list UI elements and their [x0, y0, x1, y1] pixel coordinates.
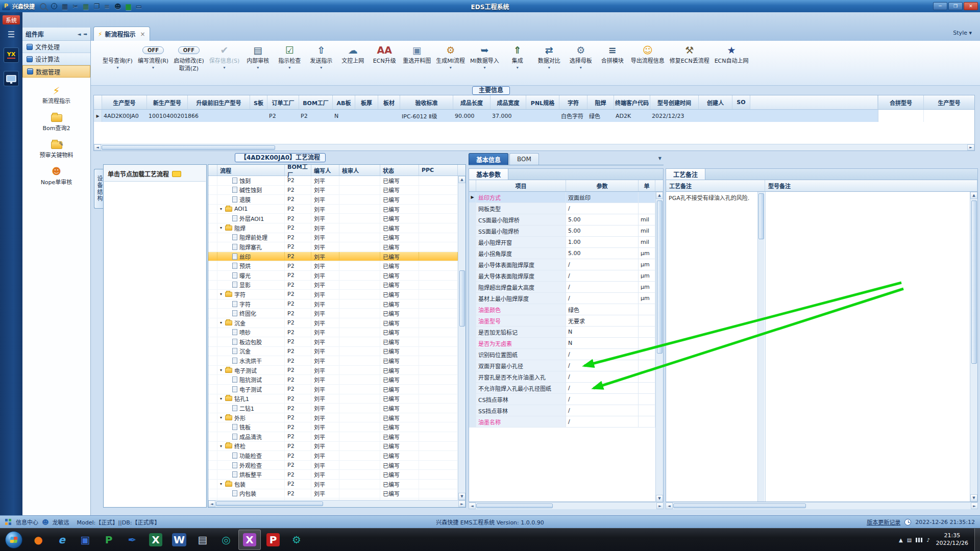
- tab-close-icon[interactable]: ×: [140, 31, 145, 38]
- notepad-icon[interactable]: ▤: [191, 530, 214, 550]
- flow-row[interactable]: ▾ 终检 P2 刘平 已编写: [208, 442, 465, 452]
- column-header[interactable]: BOM工厂: [285, 165, 311, 176]
- show-desktop-button[interactable]: [974, 529, 980, 551]
- flow-row[interactable]: ▾ 铣板 P2 刘平 已编写: [208, 422, 465, 432]
- scroll-left-icon[interactable]: ◄: [469, 503, 476, 509]
- flow-row[interactable]: ▾ 板边包胶 P2 刘平 已编写: [208, 337, 465, 347]
- close-button[interactable]: ✕: [964, 2, 978, 10]
- dropdown-arrow-icon[interactable]: ▾: [436, 65, 465, 71]
- horizontal-scrollbar[interactable]: ◄ ►: [469, 502, 664, 509]
- flow-row[interactable]: ▾ 蚀刻 P2 刘平 已编写: [208, 176, 465, 186]
- hidden-icons-button[interactable]: ▲: [899, 537, 903, 543]
- ribbon-button[interactable]: ➥ MI数据导入 ▾: [468, 43, 502, 71]
- flow-row[interactable]: ▾ 电子测试 P2 刘平 已编写: [208, 366, 465, 375]
- ie-icon[interactable]: e: [51, 530, 73, 550]
- param-row[interactable]: ▶ 双面开窗最小孔径 /: [469, 360, 663, 371]
- scroll-left-icon[interactable]: ◄: [666, 503, 673, 509]
- column-header[interactable]: BOM工厂: [299, 95, 333, 109]
- ribbon-button[interactable]: ⇑ 集成 ▾: [502, 43, 533, 71]
- param-row[interactable]: ▶ 最小阻焊开窗 1.00 mil: [469, 237, 663, 248]
- green-app-icon[interactable]: P: [97, 530, 120, 550]
- vertical-scrollbar[interactable]: ▲ ▼: [458, 176, 465, 500]
- info-icon[interactable]: i: [51, 3, 57, 9]
- dropdown-arrow-icon[interactable]: ▾: [308, 65, 334, 71]
- column-header[interactable]: 板厚: [355, 95, 378, 109]
- tab[interactable]: BOM: [509, 153, 539, 165]
- column-header[interactable]: 生产型号: [923, 95, 974, 109]
- flow-row[interactable]: ▾ 阻焊前处理 P2 刘平 已编写: [208, 233, 465, 243]
- pdf-icon[interactable]: P: [262, 530, 284, 550]
- ribbon-button[interactable]: ▣ 重选开料图 ▾: [400, 43, 433, 71]
- ribbon-button[interactable]: ⇧ 发送指示 ▾: [305, 43, 337, 71]
- param-row[interactable]: ▶ 是否加无铅标记 N: [469, 327, 663, 338]
- column-header[interactable]: 成品宽度: [491, 95, 526, 109]
- flow-row[interactable]: ▾ 外形 P2 刘平 已编写: [208, 413, 465, 423]
- param-row[interactable]: ▶ 阻焊超出焊盘最大高度 / μm: [469, 282, 663, 293]
- column-header[interactable]: 型号备注: [765, 180, 977, 191]
- expand-arrow-icon[interactable]: ▾: [220, 396, 225, 401]
- column-header[interactable]: 型号创建时间: [650, 95, 699, 109]
- sidebar-tool[interactable]: Bom查询2: [43, 112, 70, 132]
- ribbon-button[interactable]: ⇄ 数据对比 ▾: [533, 43, 565, 71]
- firefox-icon[interactable]: ●: [27, 530, 50, 550]
- monitor-icon[interactable]: ▭: [136, 3, 142, 10]
- dropdown-arrow-icon[interactable]: ▾: [244, 65, 271, 71]
- flow-loader-body[interactable]: [104, 181, 206, 507]
- dropdown-arrow-icon[interactable]: ▾: [504, 65, 531, 71]
- flow-row[interactable]: ▾ 喷砂 P2 刘平 已编写: [208, 328, 465, 338]
- column-header[interactable]: 订单工厂: [267, 95, 299, 109]
- tool-icon[interactable]: ◎: [215, 530, 237, 550]
- flow-row[interactable]: ▾ 字符 P2 刘平 已编写: [208, 290, 465, 299]
- expand-arrow-icon[interactable]: ▾: [220, 415, 225, 420]
- param-row[interactable]: ▶ 识别码位置图纸 /: [469, 349, 663, 360]
- param-row[interactable]: ▶ 油墨颜色 绿色: [469, 304, 663, 315]
- yx-logo-icon[interactable]: YX: [4, 47, 19, 63]
- column-header[interactable]: 终端客户代码: [614, 95, 650, 109]
- info-center-label[interactable]: 信息中心: [16, 518, 38, 526]
- horizontal-scrollbar[interactable]: ◄ ►: [208, 500, 465, 507]
- horizontal-scrollbar[interactable]: ◄ ►: [666, 502, 978, 509]
- column-header[interactable]: 流程: [217, 165, 285, 176]
- flow-row[interactable]: ▾ 曝光 P2 刘平 已编写: [208, 271, 465, 281]
- ribbon-button[interactable]: ⚙ 选择母板 ▾: [565, 43, 597, 71]
- ribbon-button[interactable]: ☑ 指示检查 ▾: [274, 43, 305, 71]
- horizontal-scrollbar[interactable]: ◄ ►: [94, 144, 974, 151]
- sidebar-nav-item[interactable]: 文件处理: [22, 41, 90, 53]
- dropdown-arrow-icon[interactable]: ▾: [470, 65, 499, 71]
- column-header[interactable]: 状态: [380, 165, 419, 176]
- flow-row[interactable]: ▾ 阻抗测试 P2 刘平 已编写: [208, 375, 465, 385]
- column-header[interactable]: PNL规格: [526, 95, 559, 109]
- scroll-up-icon[interactable]: ▲: [458, 176, 465, 183]
- flow-row[interactable]: ▾ 电子测试 P2 刘平 已编写: [208, 385, 465, 394]
- flow-row[interactable]: ▾ 内包装 P2 刘平 已编写: [208, 489, 465, 499]
- search-icon[interactable]: [40, 3, 46, 10]
- flow-row[interactable]: ▾ 阻焊塞孔 P2 刘平 已编写: [208, 242, 465, 252]
- flow-row[interactable]: ▾ 显影 P2 刘平 已编写: [208, 281, 465, 290]
- chevron-down-icon[interactable]: ▼: [658, 156, 662, 161]
- flow-row[interactable]: ▾ 终固化 P2 刘平 已编写: [208, 309, 465, 318]
- flow-row[interactable]: ▾ 烘板整平 P2 刘平 已编写: [208, 470, 465, 480]
- style-menu[interactable]: Style ▾: [953, 30, 972, 36]
- ribbon-button[interactable]: ⚒ 修复ECN丢流程 ▾: [667, 43, 712, 71]
- ribbon-button[interactable]: OFF 启动修改(E) 取消(Z) ▾: [171, 43, 207, 79]
- expand-arrow-icon[interactable]: ▾: [220, 482, 225, 486]
- flow-row[interactable]: ▾ 阻焊 P2 刘平 已编写: [208, 223, 465, 233]
- param-row[interactable]: ▶ CS挡点菲林 /: [469, 394, 663, 405]
- scroll-up-icon[interactable]: ▲: [656, 192, 663, 199]
- dropdown-arrow-icon[interactable]: ▾: [138, 65, 168, 71]
- start-button[interactable]: [5, 531, 22, 548]
- param-row[interactable]: ▶ 不允许阻焊入孔最小孔径图纸 /: [469, 383, 663, 394]
- sidebar-nav-item[interactable]: 设计算法: [22, 53, 90, 65]
- column-header[interactable]: 编写人: [311, 165, 339, 176]
- excel-icon[interactable]: X: [144, 530, 167, 550]
- column-header[interactable]: 生产型号: [102, 95, 147, 109]
- flow-row[interactable]: ▾ 成品清洗 P2 刘平 已编写: [208, 432, 465, 442]
- flow-row[interactable]: ▾ 外层AOI1 P2 刘平 已编写: [208, 214, 465, 223]
- ribbon-button[interactable]: AA ECN升级 ▾: [369, 43, 400, 71]
- flow-row[interactable]: ▾ 丝印 P2 刘平 已编写: [208, 252, 465, 262]
- param-row[interactable]: ▶ 丝印方式 双面丝印: [469, 192, 663, 203]
- param-row[interactable]: ▶ 最小拐角厚度 5.00 μm: [469, 248, 663, 259]
- param-row[interactable]: ▶ 最大导体表面阻焊厚度 / μm: [469, 270, 663, 282]
- ribbon-button[interactable]: ≡ 合拼模块 ▾: [597, 43, 628, 71]
- scroll-up-icon[interactable]: ▲: [970, 192, 977, 199]
